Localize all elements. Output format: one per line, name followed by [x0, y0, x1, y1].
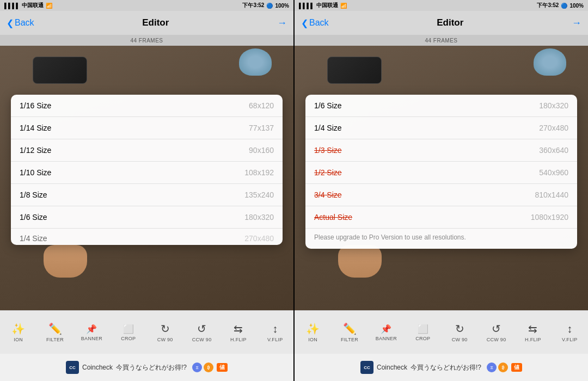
menu-item-4[interactable]: 1/8 Size 135x240	[11, 184, 283, 206]
tool-ccw90-left[interactable]: ↺ CCW 90	[188, 322, 216, 342]
image-area-left: 1/16 Size 68x120 1/14 Size 77x137 1/12 S…	[0, 46, 293, 310]
menu-item-r3[interactable]: 1/2 Size 540x960	[305, 162, 577, 184]
ad-crypto-icons-left: Ξ ₿	[192, 362, 213, 372]
ion-icon: ✨	[11, 322, 25, 335]
ad-text-right: Coincheck	[377, 364, 407, 371]
tool-filter-right[interactable]: ✏️ FILTER	[336, 322, 363, 342]
menu-value-0: 68x120	[249, 101, 274, 110]
menu-scroll-left: 1/16 Size 68x120 1/14 Size 77x137 1/12 S…	[11, 95, 283, 245]
ad-banner-right[interactable]: CC Coincheck 今買うならどれがお得!? Ξ ₿ 値	[295, 354, 588, 381]
crop-icon-right: ⬜	[418, 324, 428, 334]
menu-item-2[interactable]: 1/12 Size 90x160	[11, 139, 283, 162]
menu-label-r0: 1/6 Size	[314, 101, 342, 110]
ccw90-label: CCW 90	[192, 337, 212, 342]
tool-banner-right[interactable]: 📌 BANNER	[372, 324, 400, 341]
banner-label: BANNER	[81, 336, 102, 341]
status-left-right: ▌▌▌▌ 中国联通 📶	[299, 2, 347, 9]
tool-cw90-left[interactable]: ↻ CW 90	[151, 322, 179, 342]
eth-icon-left: Ξ	[192, 362, 202, 372]
menu-value-3: 108x192	[244, 168, 274, 177]
photo-phone-right	[327, 57, 382, 84]
tool-hflip-left[interactable]: ⇆ H.FLIP	[225, 322, 252, 342]
photo-hand-right	[338, 245, 382, 278]
size-dropdown-left[interactable]: 1/16 Size 68x120 1/14 Size 77x137 1/12 S…	[11, 95, 283, 245]
tool-vflip-right[interactable]: ↕ V.FLIP	[556, 323, 583, 342]
bottom-toolbar-left: ✨ ION ✏️ FILTER 📌 BANNER ⬜ CROP ↻ CW 90 …	[0, 310, 293, 354]
crop-icon: ⬜	[123, 324, 134, 334]
menu-value-5: 180x320	[244, 213, 274, 222]
carrier-label: 中国联通	[22, 2, 44, 9]
time-label-right: 下午3:52	[537, 2, 559, 9]
frames-label-left: 44 FRAMES	[130, 38, 163, 44]
ccw90-icon-right: ↺	[492, 322, 501, 335]
menu-label-r5: Actual Size	[314, 213, 352, 222]
menu-item-3[interactable]: 1/10 Size 108x192	[11, 162, 283, 184]
upgrade-note: Please upgrade to Pro Version to use all…	[305, 229, 577, 249]
menu-label-r2: 1/3 Size	[314, 146, 342, 155]
menu-item-r1[interactable]: 1/4 Size 270x480	[305, 117, 577, 139]
menu-value-r3: 540x960	[539, 168, 568, 177]
tool-ccw90-right[interactable]: ↺ CCW 90	[483, 322, 510, 342]
menu-item-1[interactable]: 1/14 Size 77x137	[11, 117, 283, 139]
tool-ion-left[interactable]: ✨ ION	[5, 322, 32, 342]
filter-icon: ✏️	[48, 322, 62, 335]
back-button-right[interactable]: ❮ Back	[301, 18, 329, 28]
btc-icon-right: ₿	[498, 362, 508, 372]
ion-label: ION	[14, 337, 23, 342]
page-title-right: Editor	[437, 17, 463, 28]
banner-icon-right: 📌	[381, 324, 391, 334]
tool-crop-right[interactable]: ⬜ CROP	[409, 324, 437, 341]
ion-icon-right: ✨	[306, 322, 320, 335]
ad-badge-left: 値	[217, 363, 228, 372]
menu-value-4: 135x240	[244, 190, 274, 199]
status-bar-right: ▌▌▌▌ 中国联通 📶 下午3:52 🔵 100%	[295, 0, 588, 11]
ad-badge-right: 値	[511, 363, 522, 372]
forward-button-left[interactable]: →	[277, 17, 287, 29]
back-label: Back	[15, 18, 34, 28]
ccw90-icon: ↺	[197, 322, 206, 335]
photo-hand-left	[44, 245, 87, 278]
back-button-left[interactable]: ❮ Back	[7, 18, 34, 28]
menu-value-r5: 1080x1920	[531, 213, 568, 222]
menu-item-r0[interactable]: 1/6 Size 180x320	[305, 95, 577, 117]
tool-filter-left[interactable]: ✏️ FILTER	[41, 322, 69, 342]
size-dropdown-right[interactable]: 1/6 Size 180x320 1/4 Size 270x480 1/3 Si…	[305, 95, 577, 249]
tool-ion-right[interactable]: ✨ ION	[299, 322, 327, 342]
menu-item-partial[interactable]: 1/4 Size 270x480	[11, 229, 283, 245]
battery-label: 100%	[275, 3, 289, 9]
menu-value-2: 90x160	[249, 146, 274, 155]
cw90-icon: ↻	[161, 322, 170, 335]
menu-label-r4: 3/4 Size	[314, 190, 342, 199]
menu-item-r4[interactable]: 3/4 Size 810x1440	[305, 184, 577, 206]
forward-button-right[interactable]: →	[572, 17, 581, 29]
ad-text-left: Coincheck	[82, 364, 113, 371]
left-phone-panel: ▌▌▌▌ 中国联通 📶 下午3:52 🔵 100% ❮ Back Editor …	[0, 0, 293, 381]
menu-item-r2[interactable]: 1/3 Size 360x640	[305, 139, 577, 162]
filter-label: FILTER	[46, 337, 64, 342]
wifi-icon-right: 📶	[340, 3, 347, 9]
ad-banner-left[interactable]: CC Coincheck 今買うならどれがお得!? Ξ ₿ 値	[0, 354, 293, 381]
time-label: 下午3:52	[242, 2, 264, 9]
back-chevron-icon: ❮	[7, 18, 14, 28]
bluetooth-icon: 🔵	[266, 3, 273, 9]
bottom-toolbar-right: ✨ ION ✏️ FILTER 📌 BANNER ⬜ CROP ↻ CW 90 …	[295, 310, 588, 354]
tool-hflip-right[interactable]: ⇆ H.FLIP	[519, 322, 547, 342]
menu-item-0[interactable]: 1/16 Size 68x120	[11, 95, 283, 117]
menu-label-r3: 1/2 Size	[314, 168, 342, 177]
filter-label-right: FILTER	[341, 337, 358, 342]
menu-item-5[interactable]: 1/6 Size 180x320	[11, 206, 283, 229]
banner-label-right: BANNER	[376, 336, 397, 341]
ad-slogan-left: 今買うならどれがお得!?	[116, 363, 187, 372]
menu-label-partial: 1/4 Size	[20, 234, 47, 243]
tool-cw90-right[interactable]: ↻ CW 90	[446, 322, 473, 342]
tool-banner-left[interactable]: 📌 BANNER	[78, 324, 105, 341]
hflip-label-right: H.FLIP	[525, 337, 541, 342]
tool-vflip-left[interactable]: ↕ V.FLIP	[261, 323, 289, 342]
tool-crop-left[interactable]: ⬜ CROP	[115, 324, 142, 341]
status-right-right: 下午3:52 🔵 100%	[537, 2, 584, 9]
right-phone-panel: ▌▌▌▌ 中国联通 📶 下午3:52 🔵 100% ❮ Back Editor …	[295, 0, 588, 381]
battery-label-right: 100%	[569, 3, 584, 9]
menu-item-r5[interactable]: Actual Size 1080x1920	[305, 206, 577, 229]
menu-value-r4: 810x1440	[535, 190, 568, 199]
crop-label: CROP	[121, 336, 136, 341]
